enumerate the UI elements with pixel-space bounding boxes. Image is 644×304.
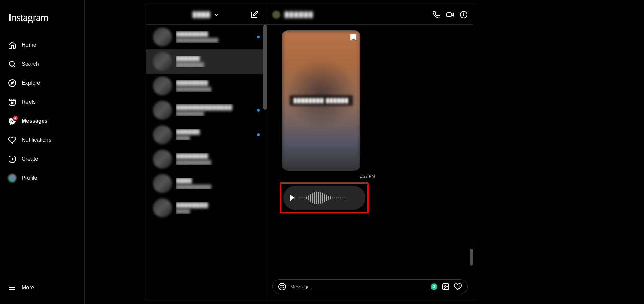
- audio-call-button[interactable]: [432, 11, 441, 19]
- chat-scrollbar[interactable]: [470, 249, 473, 266]
- logo[interactable]: Instagram: [4, 3, 80, 29]
- nav-messages[interactable]: 4 Messages: [4, 113, 80, 129]
- thread-item[interactable]: ██████████████████: [146, 147, 267, 171]
- thread-name: ██████████████: [176, 104, 253, 110]
- thread-text: ██████████████: [176, 178, 260, 189]
- account-switcher[interactable]: ████: [193, 11, 220, 18]
- account-name: ████: [193, 12, 211, 18]
- thread-item[interactable]: ████████████████████: [146, 25, 267, 49]
- thread-avatar: [153, 125, 172, 144]
- voice-message[interactable]: [283, 186, 365, 210]
- thread-text: ██████████████: [176, 56, 260, 67]
- unread-dot: [257, 36, 260, 38]
- nav-search-label: Search: [22, 61, 39, 67]
- voice-message-highlight: [280, 182, 369, 213]
- smile-icon: [278, 283, 286, 291]
- thread-item[interactable]: ██████████████████: [146, 74, 267, 98]
- nav-list: Home Search Explore Reels 4 Messages: [4, 36, 80, 188]
- svg-point-20: [279, 283, 286, 290]
- svg-point-19: [463, 13, 464, 13]
- thread-text: ██████████████████: [176, 153, 260, 165]
- waveform: [299, 191, 345, 205]
- search-icon: [8, 60, 16, 68]
- thread-avatar: [153, 52, 172, 71]
- nav-reels[interactable]: Reels: [4, 94, 80, 110]
- compose-button[interactable]: [250, 11, 258, 19]
- nav-more[interactable]: More: [4, 280, 80, 296]
- thread-item[interactable]: ████████████: [146, 196, 267, 220]
- svg-point-0: [9, 61, 14, 66]
- play-icon: [290, 195, 295, 201]
- thread-item[interactable]: ██████████████: [146, 171, 267, 196]
- hamburger-icon: [8, 284, 16, 292]
- svg-rect-15: [447, 13, 451, 17]
- shared-post[interactable]: ████████ ██████: [282, 30, 360, 171]
- chat-header: ██████: [267, 4, 473, 25]
- plus-square-icon: [8, 155, 16, 163]
- nav-profile[interactable]: Profile: [4, 170, 80, 186]
- thread-list[interactable]: ████████████████████████████████████████…: [146, 25, 267, 300]
- phone-icon: [432, 11, 441, 19]
- main: ████ ███████████████████████████████████…: [85, 0, 644, 304]
- svg-marker-8: [12, 102, 14, 104]
- chat-actions: [432, 11, 468, 19]
- thread-name: ████████: [176, 153, 260, 159]
- nav-notifications-label: Notifications: [22, 137, 51, 143]
- messages-badge: 4: [12, 115, 18, 121]
- inbox-scrollbar[interactable]: [263, 25, 267, 110]
- message-input[interactable]: [290, 284, 427, 289]
- image-button[interactable]: [442, 283, 450, 291]
- shared-post-caption: ████████ ██████: [290, 95, 353, 106]
- thread-name: ████████: [176, 202, 260, 208]
- nav-create[interactable]: Create: [4, 151, 80, 167]
- nav-explore-label: Explore: [22, 80, 40, 86]
- compose-icon: [250, 11, 258, 19]
- nav-messages-label: Messages: [22, 118, 48, 124]
- thread-subtext: ████████: [176, 111, 253, 116]
- grammarly-icon[interactable]: G: [431, 283, 437, 290]
- chat-body[interactable]: ████████ ██████ 2:27 PM: [267, 25, 473, 274]
- nav-notifications[interactable]: Notifications: [4, 132, 80, 148]
- thread-subtext: ████████: [176, 62, 260, 67]
- thread-item[interactable]: ██████████████: [146, 49, 267, 74]
- video-call-button[interactable]: [446, 11, 454, 19]
- nav-home[interactable]: Home: [4, 37, 80, 53]
- nav-create-label: Create: [22, 156, 38, 162]
- left-gap: [85, 0, 146, 304]
- nav-profile-label: Profile: [22, 175, 37, 181]
- thread-item[interactable]: ██████████████████████: [146, 98, 267, 122]
- inbox-panel: ████ ███████████████████████████████████…: [146, 4, 267, 300]
- video-icon: [446, 11, 454, 19]
- nav-search[interactable]: Search: [4, 56, 80, 72]
- emoji-button[interactable]: [278, 283, 286, 291]
- thread-item[interactable]: ██████████: [146, 122, 267, 147]
- thread-avatar: [153, 198, 172, 217]
- chat-title[interactable]: ██████: [285, 12, 314, 18]
- thread-text: ██████████████████████: [176, 104, 253, 116]
- thread-subtext: ██████████: [176, 185, 260, 189]
- chat-avatar[interactable]: [272, 11, 280, 19]
- reels-icon: [8, 98, 16, 106]
- thread-text: ████████████: [176, 202, 260, 214]
- thread-name: ██████: [176, 129, 253, 134]
- thread-avatar: [153, 27, 172, 46]
- svg-marker-16: [452, 13, 453, 16]
- svg-point-21: [281, 285, 281, 286]
- chat-panel: ██████ ████████ ██████ 2:27 PM: [267, 4, 473, 300]
- info-button[interactable]: [460, 11, 468, 19]
- compass-icon: [8, 79, 16, 87]
- nav-home-label: Home: [22, 42, 36, 48]
- composer: G: [272, 279, 468, 294]
- like-button[interactable]: [454, 283, 462, 291]
- svg-point-22: [283, 285, 284, 286]
- info-icon: [460, 11, 468, 19]
- thread-subtext: ████████████: [176, 38, 253, 43]
- thread-avatar: [153, 76, 172, 95]
- nav-more-label: More: [22, 285, 34, 291]
- thread-name: ██████: [176, 56, 260, 61]
- unread-dot: [257, 109, 260, 112]
- unread-dot: [257, 133, 260, 136]
- thread-subtext: ██████████: [176, 87, 260, 92]
- nav-reels-label: Reels: [22, 99, 36, 105]
- nav-explore[interactable]: Explore: [4, 75, 80, 91]
